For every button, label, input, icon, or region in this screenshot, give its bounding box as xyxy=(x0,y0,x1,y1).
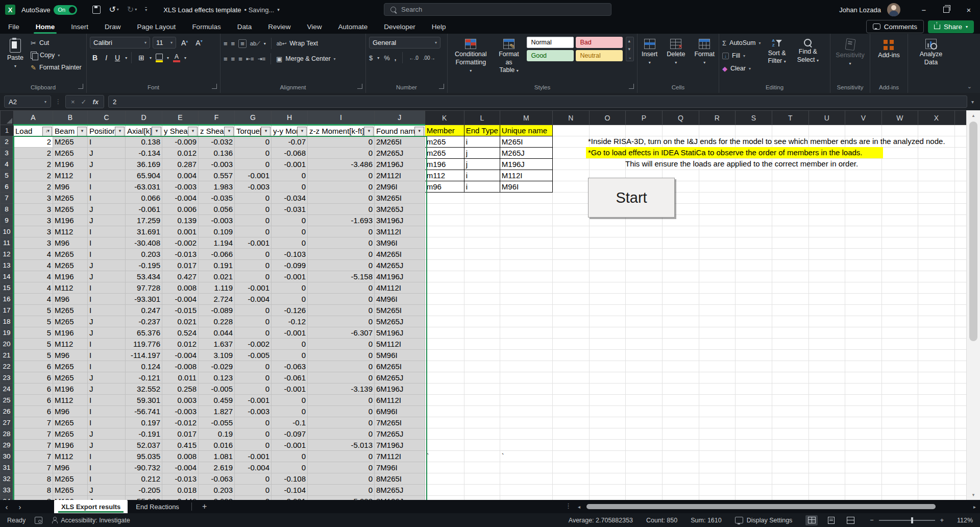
sort-filter-button[interactable]: AZ Sort &Filter ▾ xyxy=(764,37,790,67)
cell-k23[interactable] xyxy=(425,372,464,384)
cell[interactable] xyxy=(662,339,699,350)
cell-d19[interactable]: 65.376 xyxy=(126,327,162,339)
restore-button[interactable] xyxy=(935,0,958,19)
cell[interactable] xyxy=(772,440,808,451)
row-header-14[interactable]: 14 xyxy=(1,271,14,282)
cell-e15[interactable]: 0.008 xyxy=(162,282,199,294)
cell-l34[interactable] xyxy=(464,496,500,500)
cell-m16[interactable] xyxy=(500,294,552,305)
cell[interactable] xyxy=(918,361,954,372)
cell[interactable] xyxy=(699,384,735,395)
cell-e33[interactable]: 0.018 xyxy=(162,485,199,496)
shrink-font-button[interactable]: A▾ xyxy=(193,38,205,47)
cell-j15[interactable]: 4M112I xyxy=(375,282,425,294)
cell[interactable] xyxy=(552,485,589,496)
user-name[interactable]: Johan Lozada xyxy=(839,6,881,14)
cell-d24[interactable]: 32.552 xyxy=(126,384,162,395)
cell-i31[interactable]: 0 xyxy=(308,462,375,473)
cell[interactable] xyxy=(772,372,808,384)
cell-i15[interactable]: 0 xyxy=(308,282,375,294)
cell-j10[interactable]: 3M112I xyxy=(375,226,425,237)
cell-m9[interactable] xyxy=(500,215,552,226)
cell-b7[interactable]: M265 xyxy=(53,193,88,204)
cell[interactable] xyxy=(881,428,918,440)
cell[interactable] xyxy=(772,181,808,193)
cell-g15[interactable]: -0.001 xyxy=(235,282,272,294)
cell-e19[interactable]: 0.524 xyxy=(162,327,199,339)
cell[interactable] xyxy=(625,350,662,361)
cell-c8[interactable]: J xyxy=(88,204,126,215)
cell-g25[interactable]: -0.001 xyxy=(235,395,272,406)
cell-j21[interactable]: 5M96I xyxy=(375,350,425,361)
cell[interactable] xyxy=(589,451,625,462)
cell[interactable] xyxy=(845,428,881,440)
cell[interactable] xyxy=(881,226,918,237)
cell-f15[interactable]: 1.119 xyxy=(199,282,235,294)
cell[interactable] xyxy=(552,496,589,500)
cell-g17[interactable]: 0 xyxy=(235,305,272,316)
sheet-tab-xls-export-results[interactable]: XLS Export results xyxy=(54,500,128,513)
page-layout-view-button[interactable] xyxy=(825,515,837,525)
cell[interactable] xyxy=(845,406,881,417)
cell[interactable] xyxy=(552,316,589,327)
cell[interactable] xyxy=(845,294,881,305)
cell-k28[interactable] xyxy=(425,428,464,440)
cell[interactable] xyxy=(735,361,772,372)
cell-f30[interactable]: 1.081 xyxy=(199,451,235,462)
row-header-8[interactable]: 8 xyxy=(1,204,14,215)
cell-i34[interactable]: -5.288 xyxy=(308,496,375,500)
row-header-23[interactable]: 23 xyxy=(1,372,14,384)
cell-k5[interactable]: m112 xyxy=(425,170,464,181)
cell-j12[interactable]: 4M265I xyxy=(375,249,425,260)
cell[interactable] xyxy=(662,496,699,500)
cell-g32[interactable]: 0 xyxy=(235,473,272,485)
cell-l21[interactable] xyxy=(464,350,500,361)
align-top-icon[interactable]: ≡ xyxy=(224,40,228,47)
cell[interactable] xyxy=(772,462,808,473)
cell[interactable] xyxy=(772,406,808,417)
cell-c32[interactable]: I xyxy=(88,473,126,485)
cell[interactable] xyxy=(918,260,954,271)
document-title[interactable]: XLS Load effects template • Saving... ▾ xyxy=(163,6,280,14)
cell[interactable] xyxy=(808,181,845,193)
cell-m25[interactable] xyxy=(500,395,552,406)
avatar[interactable] xyxy=(887,3,900,16)
cell-d32[interactable]: 0.212 xyxy=(126,473,162,485)
accessibility-status[interactable]: Accessibility: Investigate xyxy=(52,517,130,524)
cell[interactable] xyxy=(772,282,808,294)
cell-i33[interactable]: 0 xyxy=(308,485,375,496)
cell[interactable] xyxy=(625,440,662,451)
cell-h24[interactable]: -0.001 xyxy=(272,384,308,395)
cell-k21[interactable] xyxy=(425,350,464,361)
gallery-up-icon[interactable]: ▴ xyxy=(628,38,632,43)
row-header-32[interactable]: 32 xyxy=(1,473,14,485)
cell-l14[interactable] xyxy=(464,271,500,282)
cell-f12[interactable]: -0.066 xyxy=(199,249,235,260)
dialog-launcher-icon[interactable] xyxy=(439,84,444,89)
analyze-data-button[interactable]: AnalyzeData xyxy=(916,37,946,68)
cell[interactable] xyxy=(662,417,699,428)
cell[interactable] xyxy=(881,305,918,316)
cell-k33[interactable] xyxy=(425,485,464,496)
cell[interactable] xyxy=(589,282,625,294)
cell-e21[interactable]: -0.004 xyxy=(162,350,199,361)
cell-e26[interactable]: -0.003 xyxy=(162,406,199,417)
cell[interactable] xyxy=(662,485,699,496)
cell-f24[interactable]: -0.005 xyxy=(199,384,235,395)
cell-c34[interactable]: J xyxy=(88,496,126,500)
cell[interactable] xyxy=(808,237,845,249)
cell-e16[interactable]: -0.004 xyxy=(162,294,199,305)
align-center-icon[interactable]: ≡ xyxy=(231,55,235,63)
increase-indent-icon[interactable]: ⇥≡ xyxy=(257,56,265,62)
filter-button-b[interactable]: ▾ xyxy=(77,127,87,136)
cell-e13[interactable]: 0.017 xyxy=(162,260,199,271)
redo-button[interactable]: ↻▾ xyxy=(127,6,137,14)
cell[interactable] xyxy=(625,327,662,339)
cell-b17[interactable]: M265 xyxy=(53,305,88,316)
cell[interactable] xyxy=(589,361,625,372)
scroll-up-icon[interactable]: ▴ xyxy=(967,110,980,121)
cell-l16[interactable] xyxy=(464,294,500,305)
column-header-M[interactable]: M xyxy=(500,111,552,125)
cell[interactable] xyxy=(918,159,954,170)
cell-e9[interactable]: 0.139 xyxy=(162,215,199,226)
